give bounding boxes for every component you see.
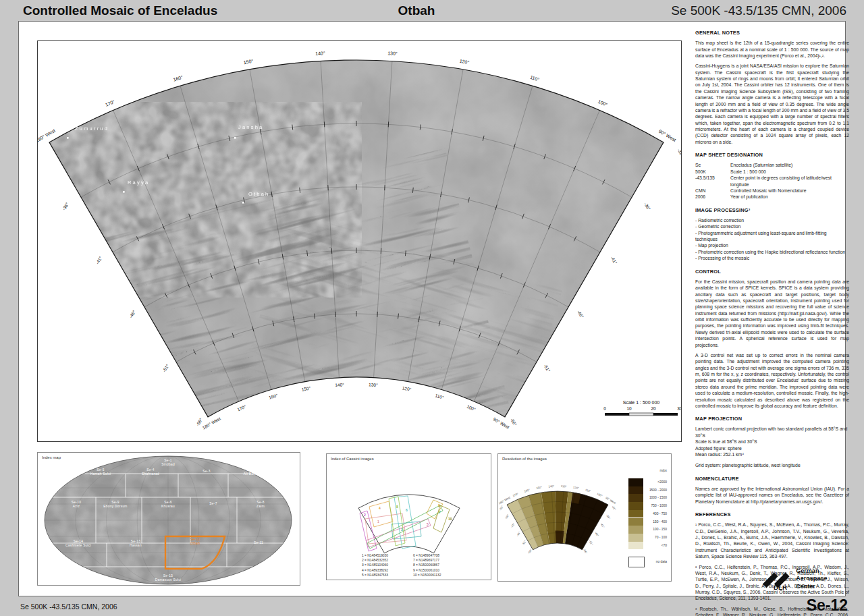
- footprint-number: 10: [448, 517, 452, 521]
- sheet-series-title: Controlled Mosaic of Enceladus: [23, 3, 217, 18]
- latitude-label: -51°: [161, 363, 170, 372]
- quad-label-se-5: Se-5: [97, 468, 104, 472]
- quad-label-se-9: Se-9: [111, 501, 119, 504]
- designation-row: -43.5/135Center point in degrees consist…: [695, 175, 849, 188]
- designation-term: Se: [695, 162, 730, 168]
- longitude-label-top: 100°: [597, 99, 608, 107]
- legend-swatch: [628, 542, 643, 550]
- processing-item: - Processing of the mosaic: [695, 255, 849, 261]
- legend-range-label: 70 - 100: [655, 536, 667, 539]
- longitude-label-bottom: 180° West: [202, 416, 222, 430]
- legend-no-data-swatch: [628, 557, 645, 567]
- legend-swatch: [628, 486, 643, 495]
- legend-range-label: <70: [662, 544, 667, 547]
- feature-label-rayya: Rayya: [128, 179, 149, 186]
- processing-item: - Radiometric correction: [695, 217, 849, 223]
- longitude-label-bottom: 110°: [435, 393, 445, 400]
- marginal-notes-column: GENERAL NOTES This map sheet is the 12th…: [695, 30, 849, 616]
- reference-1: ¹ Porco, C.C., West, R.A., Squyres, S., …: [695, 522, 849, 559]
- quad-name-se-5: Hamah Sulci: [90, 472, 111, 476]
- dlr-logo-abbr: DLR: [774, 584, 787, 591]
- quad-name-se-10: Aziz: [73, 505, 80, 508]
- processing-heading: IMAGE PROCESSING³: [695, 207, 849, 214]
- legend-swatch: [628, 478, 643, 486]
- longitude-label-top: 110°: [530, 75, 541, 82]
- image-id-entry: 3 = N1489104060: [362, 563, 388, 567]
- dlr-logo-block: DLR German Aerospace Center: [761, 567, 845, 591]
- quad-name-se-1: Sindbad: [161, 463, 175, 466]
- designation-row: 2006Year of publication: [695, 194, 849, 200]
- latitude-label: -46°: [128, 309, 137, 318]
- image-id-entry: 5 = N1489347533: [362, 573, 388, 577]
- longitude-label-bottom: 100°: [466, 404, 477, 412]
- image-id-entry: 7 = N1489697177: [413, 559, 439, 562]
- longitude-label-top: 170°: [105, 99, 115, 107]
- general-notes-p2: Cassini-Huygens is a joint NASA/ESA/ASI …: [695, 63, 849, 145]
- scale-bar: Scale 1 : 500 0000102030 km: [603, 400, 681, 416]
- scale-tick: 30 km: [677, 406, 681, 411]
- resolution-panel: 180° West170°160°150°140°130°120°110°100…: [497, 453, 672, 582]
- quad-label-se-10: Se-10: [72, 501, 81, 504]
- legend-swatch: [628, 526, 643, 534]
- image-id-entry: 10 = N1500061132: [413, 573, 441, 577]
- legend-swatch: [628, 518, 643, 526]
- dlr-logo-icon: DLR: [761, 567, 790, 591]
- projection-line: Mean radius: 252.1 km⁴: [695, 451, 849, 457]
- quad-name-se-4: Shahrazad: [142, 472, 159, 476]
- footprint-number: 1: [377, 520, 379, 524]
- footprint-number: 8: [396, 505, 398, 509]
- control-p2: A 3-D control net was set up to correct …: [695, 352, 849, 409]
- designation-term: -43.5/135: [695, 175, 730, 188]
- quad-name-se-8: Zaim: [256, 505, 265, 508]
- projection-grid-line: Grid system: planetographic latitude, we…: [695, 462, 849, 468]
- index-map: Se-1SindbadSe-5Hamah SulciSe-4ShahrazadS…: [38, 453, 300, 585]
- processing-item: - Photogrammetric adjustment using least…: [695, 230, 849, 243]
- main-map-plate: 180° West180° West170°170°160°160°150°15…: [37, 40, 682, 442]
- main-map: 180° West180° West170°170°160°160°150°15…: [38, 41, 681, 441]
- latitude-label: -51°: [543, 364, 551, 373]
- designation-def: Scale 1 : 500 000: [730, 169, 849, 175]
- longitude-label-bottom: 140°: [335, 382, 344, 387]
- scale-tick: 10: [626, 406, 632, 411]
- latitude-label: -41°: [94, 255, 103, 264]
- sheet-designation-code: Se 500K -43.5/135 CMN, 2006: [671, 3, 846, 18]
- footer-sheet-number: Se-12: [807, 596, 848, 615]
- cassini-index-title: Index of Cassini images: [331, 457, 374, 461]
- footprint-number: 5: [427, 522, 429, 526]
- legend-swatch: [628, 502, 643, 510]
- designation-def: Year of publication: [730, 194, 849, 200]
- processing-item: - Photometric correction using the Hapke…: [695, 249, 849, 255]
- feature-label-otbah: Otbah: [248, 191, 269, 197]
- quad-label-se-14: Se-14: [74, 540, 83, 543]
- longitude-label-top: 130°: [387, 51, 398, 56]
- legend-unit-label: m/px: [659, 469, 667, 472]
- nomenclature-heading: NOMENCLATURE: [695, 476, 849, 482]
- projection-line: Scale is true at 58°S and 30°S: [695, 439, 849, 445]
- logo-line1: German: [796, 567, 845, 575]
- quad-label-se-13: Se-13: [131, 540, 140, 543]
- quad-name-se-13: Hassan: [130, 544, 142, 547]
- designation-def: Enceladus (Saturnian satellite): [730, 162, 849, 168]
- image-id-entry: 4 = N1489338292: [362, 569, 388, 572]
- longitude-label-bottom: 160°: [268, 393, 278, 400]
- longitude-label-top: 140°: [315, 51, 325, 56]
- feature-marker: [242, 202, 244, 204]
- legend-range-label: 1000 - 1500: [649, 496, 667, 499]
- image-id-entry: 2 = N1484532352: [362, 559, 388, 562]
- processing-item: - Geometric correction: [695, 223, 849, 229]
- projection-line: Adopted figure: sphere: [695, 445, 849, 451]
- latitude-label: -36°: [61, 202, 70, 211]
- quad-name-se-14: Cashmere Sulci: [65, 544, 91, 547]
- legend-no-data-label: no data: [656, 560, 667, 563]
- footprint-number: 6: [406, 508, 408, 512]
- feature-label-jansha: Jansha: [238, 124, 263, 130]
- sheet-quad-title: Otbah: [398, 3, 435, 18]
- quad-name-se-12: Otbah: [190, 542, 200, 545]
- designation-term: 2006: [695, 194, 730, 200]
- index-map-panel: Se-1SindbadSe-5Hamah SulciSe-4ShahrazadS…: [37, 452, 300, 586]
- quad-label-se-2: Se-2: [246, 468, 254, 472]
- feature-marker: [234, 137, 236, 139]
- scale-label: Scale 1 : 500 000: [623, 400, 660, 405]
- quad-label-se-7: Se-7: [209, 502, 217, 505]
- longitude-label-bottom: 120°: [402, 385, 412, 391]
